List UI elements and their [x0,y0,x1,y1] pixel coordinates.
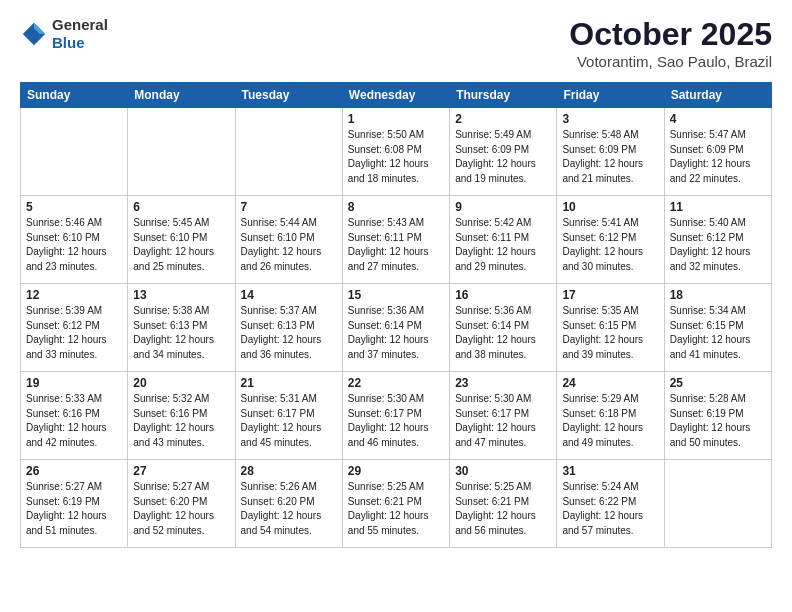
day-number: 6 [133,200,229,214]
calendar-cell: 14Sunrise: 5:37 AM Sunset: 6:13 PM Dayli… [235,284,342,372]
day-detail: Sunrise: 5:35 AM Sunset: 6:15 PM Dayligh… [562,304,658,362]
week-row-3: 12Sunrise: 5:39 AM Sunset: 6:12 PM Dayli… [21,284,772,372]
calendar-cell: 11Sunrise: 5:40 AM Sunset: 6:12 PM Dayli… [664,196,771,284]
col-header-saturday: Saturday [664,83,771,108]
day-detail: Sunrise: 5:25 AM Sunset: 6:21 PM Dayligh… [455,480,551,538]
day-number: 25 [670,376,766,390]
calendar-cell: 24Sunrise: 5:29 AM Sunset: 6:18 PM Dayli… [557,372,664,460]
calendar-cell: 5Sunrise: 5:46 AM Sunset: 6:10 PM Daylig… [21,196,128,284]
calendar-cell: 19Sunrise: 5:33 AM Sunset: 6:16 PM Dayli… [21,372,128,460]
calendar-cell: 3Sunrise: 5:48 AM Sunset: 6:09 PM Daylig… [557,108,664,196]
day-number: 19 [26,376,122,390]
day-detail: Sunrise: 5:41 AM Sunset: 6:12 PM Dayligh… [562,216,658,274]
day-number: 2 [455,112,551,126]
day-number: 29 [348,464,444,478]
header-row: SundayMondayTuesdayWednesdayThursdayFrid… [21,83,772,108]
day-detail: Sunrise: 5:24 AM Sunset: 6:22 PM Dayligh… [562,480,658,538]
day-number: 8 [348,200,444,214]
calendar-cell: 7Sunrise: 5:44 AM Sunset: 6:10 PM Daylig… [235,196,342,284]
calendar-cell: 15Sunrise: 5:36 AM Sunset: 6:14 PM Dayli… [342,284,449,372]
calendar-cell: 21Sunrise: 5:31 AM Sunset: 6:17 PM Dayli… [235,372,342,460]
calendar-cell: 25Sunrise: 5:28 AM Sunset: 6:19 PM Dayli… [664,372,771,460]
calendar-table: SundayMondayTuesdayWednesdayThursdayFrid… [20,82,772,548]
day-number: 3 [562,112,658,126]
day-number: 11 [670,200,766,214]
calendar-cell: 20Sunrise: 5:32 AM Sunset: 6:16 PM Dayli… [128,372,235,460]
calendar-cell: 9Sunrise: 5:42 AM Sunset: 6:11 PM Daylig… [450,196,557,284]
day-detail: Sunrise: 5:42 AM Sunset: 6:11 PM Dayligh… [455,216,551,274]
day-detail: Sunrise: 5:45 AM Sunset: 6:10 PM Dayligh… [133,216,229,274]
day-detail: Sunrise: 5:27 AM Sunset: 6:20 PM Dayligh… [133,480,229,538]
week-row-4: 19Sunrise: 5:33 AM Sunset: 6:16 PM Dayli… [21,372,772,460]
day-detail: Sunrise: 5:37 AM Sunset: 6:13 PM Dayligh… [241,304,337,362]
logo-icon [20,20,48,48]
col-header-sunday: Sunday [21,83,128,108]
location-title: Votorantim, Sao Paulo, Brazil [569,53,772,70]
day-number: 23 [455,376,551,390]
calendar-cell: 16Sunrise: 5:36 AM Sunset: 6:14 PM Dayli… [450,284,557,372]
day-number: 20 [133,376,229,390]
day-detail: Sunrise: 5:36 AM Sunset: 6:14 PM Dayligh… [348,304,444,362]
day-detail: Sunrise: 5:28 AM Sunset: 6:19 PM Dayligh… [670,392,766,450]
week-row-2: 5Sunrise: 5:46 AM Sunset: 6:10 PM Daylig… [21,196,772,284]
day-number: 30 [455,464,551,478]
header: General Blue October 2025 Votorantim, Sa… [20,16,772,70]
day-detail: Sunrise: 5:36 AM Sunset: 6:14 PM Dayligh… [455,304,551,362]
day-detail: Sunrise: 5:31 AM Sunset: 6:17 PM Dayligh… [241,392,337,450]
day-detail: Sunrise: 5:50 AM Sunset: 6:08 PM Dayligh… [348,128,444,186]
day-number: 12 [26,288,122,302]
col-header-tuesday: Tuesday [235,83,342,108]
logo-blue: Blue [52,34,85,51]
col-header-wednesday: Wednesday [342,83,449,108]
calendar-cell [235,108,342,196]
day-number: 13 [133,288,229,302]
day-detail: Sunrise: 5:30 AM Sunset: 6:17 PM Dayligh… [348,392,444,450]
day-detail: Sunrise: 5:30 AM Sunset: 6:17 PM Dayligh… [455,392,551,450]
day-detail: Sunrise: 5:43 AM Sunset: 6:11 PM Dayligh… [348,216,444,274]
calendar-cell: 27Sunrise: 5:27 AM Sunset: 6:20 PM Dayli… [128,460,235,548]
day-number: 9 [455,200,551,214]
col-header-thursday: Thursday [450,83,557,108]
calendar-cell: 29Sunrise: 5:25 AM Sunset: 6:21 PM Dayli… [342,460,449,548]
calendar-cell: 10Sunrise: 5:41 AM Sunset: 6:12 PM Dayli… [557,196,664,284]
calendar-cell: 30Sunrise: 5:25 AM Sunset: 6:21 PM Dayli… [450,460,557,548]
day-number: 16 [455,288,551,302]
day-number: 1 [348,112,444,126]
day-detail: Sunrise: 5:44 AM Sunset: 6:10 PM Dayligh… [241,216,337,274]
day-detail: Sunrise: 5:27 AM Sunset: 6:19 PM Dayligh… [26,480,122,538]
day-number: 28 [241,464,337,478]
calendar-cell: 6Sunrise: 5:45 AM Sunset: 6:10 PM Daylig… [128,196,235,284]
day-number: 4 [670,112,766,126]
calendar-cell: 2Sunrise: 5:49 AM Sunset: 6:09 PM Daylig… [450,108,557,196]
day-detail: Sunrise: 5:40 AM Sunset: 6:12 PM Dayligh… [670,216,766,274]
month-title: October 2025 [569,16,772,53]
calendar-cell: 31Sunrise: 5:24 AM Sunset: 6:22 PM Dayli… [557,460,664,548]
calendar-cell: 13Sunrise: 5:38 AM Sunset: 6:13 PM Dayli… [128,284,235,372]
calendar-cell: 1Sunrise: 5:50 AM Sunset: 6:08 PM Daylig… [342,108,449,196]
logo-text: General Blue [52,16,108,52]
day-number: 14 [241,288,337,302]
calendar-cell [21,108,128,196]
day-number: 17 [562,288,658,302]
day-number: 18 [670,288,766,302]
col-header-monday: Monday [128,83,235,108]
day-number: 5 [26,200,122,214]
logo-general: General [52,16,108,33]
day-detail: Sunrise: 5:34 AM Sunset: 6:15 PM Dayligh… [670,304,766,362]
day-number: 21 [241,376,337,390]
day-detail: Sunrise: 5:47 AM Sunset: 6:09 PM Dayligh… [670,128,766,186]
day-detail: Sunrise: 5:25 AM Sunset: 6:21 PM Dayligh… [348,480,444,538]
calendar-cell: 22Sunrise: 5:30 AM Sunset: 6:17 PM Dayli… [342,372,449,460]
day-detail: Sunrise: 5:46 AM Sunset: 6:10 PM Dayligh… [26,216,122,274]
calendar-cell: 28Sunrise: 5:26 AM Sunset: 6:20 PM Dayli… [235,460,342,548]
calendar-cell [128,108,235,196]
calendar-cell: 26Sunrise: 5:27 AM Sunset: 6:19 PM Dayli… [21,460,128,548]
calendar-cell [664,460,771,548]
day-detail: Sunrise: 5:32 AM Sunset: 6:16 PM Dayligh… [133,392,229,450]
week-row-1: 1Sunrise: 5:50 AM Sunset: 6:08 PM Daylig… [21,108,772,196]
day-number: 22 [348,376,444,390]
day-detail: Sunrise: 5:39 AM Sunset: 6:12 PM Dayligh… [26,304,122,362]
day-number: 10 [562,200,658,214]
calendar-cell: 4Sunrise: 5:47 AM Sunset: 6:09 PM Daylig… [664,108,771,196]
calendar-cell: 18Sunrise: 5:34 AM Sunset: 6:15 PM Dayli… [664,284,771,372]
